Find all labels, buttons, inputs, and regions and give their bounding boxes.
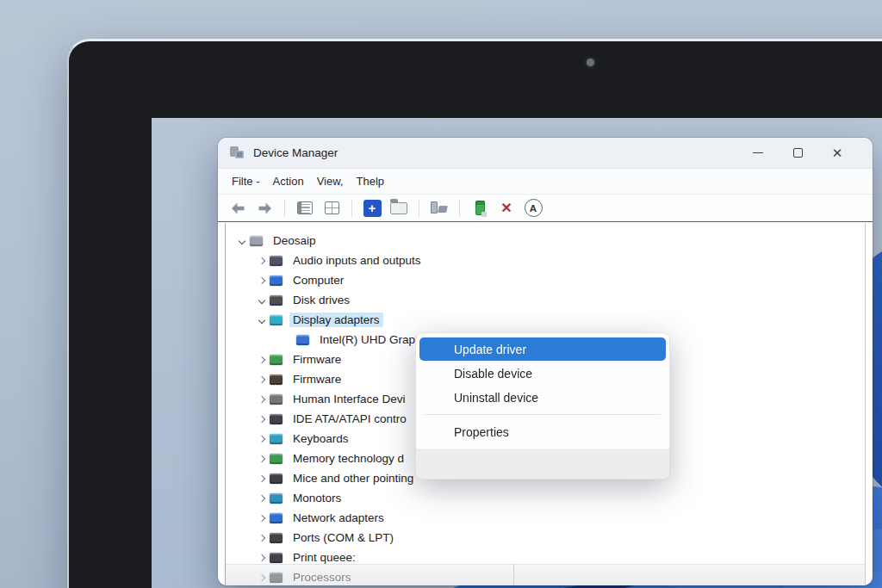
folder-icon <box>390 202 407 214</box>
tree-item-label: IDE ATA/ATAPI contro <box>289 412 410 426</box>
properties-button[interactable]: A <box>524 198 543 219</box>
minimize-icon <box>753 152 763 153</box>
maximize-icon <box>793 148 803 158</box>
back-button[interactable] <box>228 198 247 219</box>
context-menu-panel: Update driverDisable deviceUninstall dev… <box>415 332 670 450</box>
chevron-right-icon[interactable] <box>254 412 270 426</box>
menu-item-disable-device[interactable]: Disable device <box>419 362 666 385</box>
menu-item-properties[interactable]: Properties <box>419 420 666 443</box>
red-x-icon: ✕ <box>500 201 512 215</box>
titlebar[interactable]: Device Manager ✕ <box>218 138 873 169</box>
tree-item-monotors[interactable]: Monotors <box>226 488 865 508</box>
ports-icon <box>270 533 283 543</box>
chevron-right-icon[interactable] <box>254 551 270 565</box>
chevron-right-icon[interactable] <box>254 492 270 505</box>
tree-item-print-queee[interactable]: Print queee: <box>226 548 865 567</box>
tree-item-label: Deosaip <box>270 233 320 248</box>
gpu-icon <box>296 335 309 345</box>
battery-icon <box>270 355 283 365</box>
tree-item-label: Intel(R) UHD Graph <box>316 332 425 347</box>
folder-button[interactable] <box>389 198 408 219</box>
grid-view-button[interactable] <box>322 198 341 219</box>
tree-item-deosaip[interactable]: Deosaip <box>226 231 865 251</box>
tree-item-processors[interactable]: Processors <box>226 567 865 585</box>
network-icon <box>270 513 283 523</box>
webcam-icon <box>587 59 594 66</box>
toolbar-separator <box>284 200 285 217</box>
maximize-button[interactable] <box>778 139 817 168</box>
chip-icon <box>270 374 283 385</box>
chevron-right-icon[interactable] <box>254 353 270 367</box>
tree-item-disk-drives[interactable]: Disk drives <box>226 290 865 310</box>
chevron-down-icon[interactable] <box>254 294 270 307</box>
tree-item-label: Keyboards <box>289 431 352 446</box>
add-device-button[interactable]: + <box>363 198 382 219</box>
toolbar-separator <box>419 200 419 217</box>
chevron-right-icon[interactable] <box>254 274 270 288</box>
toolbar-separator <box>459 200 460 217</box>
driver-update-icon <box>475 201 485 215</box>
desktop: Device Manager ✕ Filte -ActionView,Thelp <box>152 118 882 588</box>
chevron-down-icon[interactable] <box>254 313 270 327</box>
chevron-right-icon[interactable] <box>254 571 270 585</box>
update-driver-button[interactable] <box>470 198 489 219</box>
tree-item-label: Display adapters <box>289 313 383 327</box>
printer-icon <box>270 553 283 563</box>
chevron-right-icon[interactable] <box>254 373 270 387</box>
grid-view-icon <box>325 201 339 214</box>
menu-item-uninstall-device[interactable]: Uninstall device <box>419 386 666 409</box>
chevron-right-icon[interactable] <box>254 472 270 486</box>
tree-item-label: Firmware <box>289 372 345 387</box>
window-title: Device Manager <box>253 146 338 159</box>
tree-item-audio-inputs-and-outputs[interactable]: Audio inputs and outputs <box>226 251 865 270</box>
speaker-icon <box>270 256 283 266</box>
tree-item-label: Disk drives <box>289 293 353 307</box>
tree-item-network-adapters[interactable]: Network adapters <box>226 508 865 528</box>
menubar: Filte -ActionView,Thelp <box>218 169 873 195</box>
menu-action[interactable]: Action <box>273 175 304 188</box>
chevron-down-icon[interactable] <box>234 234 250 248</box>
device-manager-icon <box>230 146 245 159</box>
context-menu-separator <box>425 414 661 415</box>
menu-thelp[interactable]: Thelp <box>356 175 384 188</box>
chevron-right-icon[interactable] <box>254 393 270 406</box>
toolbar: + ✕ A <box>218 195 873 222</box>
tree-item-label: Monotors <box>289 491 345 505</box>
monitor-lines-icon <box>270 493 283 504</box>
context-menu: Update driverDisable deviceUninstall dev… <box>415 332 670 480</box>
forward-button[interactable] <box>255 198 274 219</box>
menu-view[interactable]: View, <box>317 175 344 188</box>
scan-hardware-button[interactable] <box>430 198 449 219</box>
uninstall-device-button[interactable]: ✕ <box>497 198 516 219</box>
tree-item-label: Memory technology d <box>289 451 407 466</box>
tree-item-label: Mice and other pointing <box>289 471 417 486</box>
chevron-right-icon[interactable] <box>254 531 270 545</box>
arrow-right-icon <box>258 202 272 214</box>
tree-item-computer[interactable]: Computer <box>226 270 865 290</box>
list-view-icon <box>297 201 313 214</box>
chevron-right-icon[interactable] <box>254 432 270 446</box>
monitor-icon <box>270 275 283 286</box>
chevron-right-icon[interactable] <box>254 511 270 525</box>
tree-item-label: Audio inputs and outputs <box>289 253 425 268</box>
close-button[interactable]: ✕ <box>817 139 857 168</box>
minimize-button[interactable] <box>738 139 778 168</box>
context-menu-footer <box>415 450 670 480</box>
toolbar-separator <box>351 200 352 217</box>
menu-filte[interactable]: Filte - <box>232 175 260 188</box>
ide-controller-icon <box>270 414 283 424</box>
tree-item-label: Processors <box>289 570 355 585</box>
tree-item-display-adapters[interactable]: Display adapters <box>226 310 865 330</box>
tree-item-label: Print queee: <box>289 550 359 565</box>
tree-item-ports-com-lpt[interactable]: Ports (COM & LPT) <box>226 528 865 548</box>
processor-icon <box>270 573 283 583</box>
menu-item-update-driver[interactable]: Update driver <box>419 337 666 361</box>
tree-item-label: Human Interface Devi <box>289 392 409 406</box>
details-view-button[interactable] <box>295 198 314 219</box>
mouse-icon <box>270 473 283 484</box>
laptop-icon <box>250 236 263 246</box>
chevron-right-icon[interactable] <box>254 452 270 466</box>
tree-item-label: Firmware <box>289 352 345 367</box>
plus-square-icon: + <box>363 200 382 217</box>
chevron-right-icon[interactable] <box>254 254 270 268</box>
